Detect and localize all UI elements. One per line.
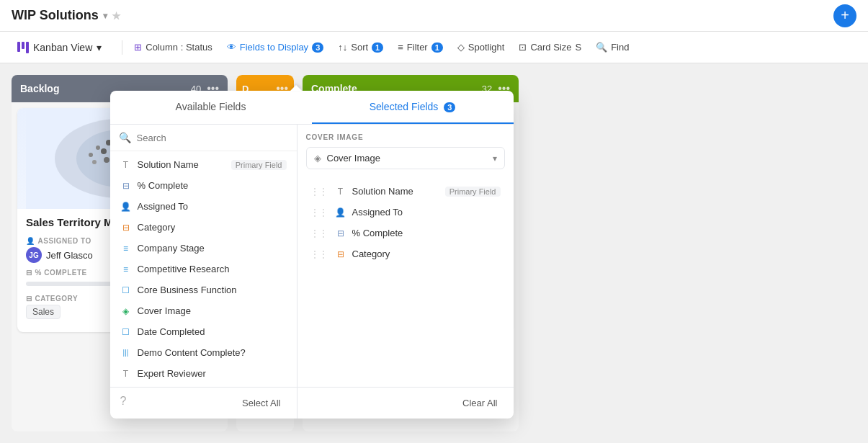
field-icon-date-completed: ☐ (120, 327, 132, 337)
assigned-name: Jeff Glasco (46, 250, 93, 261)
tab-available-label: Available Fields (176, 101, 246, 112)
cover-icon: ◈ (314, 153, 321, 164)
field-item-category[interactable]: ⊟ Category (110, 217, 297, 238)
field-item-expert[interactable]: T Expert Reviewer (110, 363, 297, 384)
top-bar: WIP Solutions ▾ ★ + (0, 0, 868, 32)
selected-field-complete: ⋮⋮ ⊟ % Complete (306, 223, 505, 243)
favorite-star-icon[interactable]: ★ (112, 10, 121, 22)
selected-field-category: ⋮⋮ ⊟ Category (306, 243, 505, 264)
field-label-expert: Expert Reviewer (138, 368, 287, 379)
add-button[interactable]: + (833, 4, 856, 27)
person-icon: 👤 (26, 237, 35, 245)
card-size-icon: ⊡ (519, 42, 527, 53)
kanban-view-button[interactable]: Kanban View ▾ (12, 39, 107, 56)
drag-handle-category[interactable]: ⋮⋮ (310, 249, 328, 259)
field-icon-cover-image: ◈ (120, 306, 132, 316)
field-item-company-stage[interactable]: ≡ Company Stage (110, 238, 297, 259)
field-icon-competitive: ≡ (120, 264, 132, 274)
drag-handle-solution-name[interactable]: ⋮⋮ (310, 187, 328, 197)
spotlight-label: Spotlight (468, 42, 505, 53)
modal-footer-left: ? Select All (110, 387, 297, 419)
sort-label: Sort (351, 42, 368, 53)
search-container: 🔍 (110, 125, 297, 151)
find-label: Find (611, 42, 629, 53)
selected-field-solution-name: ⋮⋮ T Solution Name Primary Field (306, 181, 505, 202)
filter-badge: 1 (431, 42, 443, 53)
field-item-date-completed[interactable]: ☐ Date Completed (110, 321, 297, 342)
view-arrow: ▾ (97, 42, 102, 53)
column-status-button[interactable]: ⊞ Column : Status (128, 39, 218, 55)
field-icon-sel-category: ⊟ (335, 249, 346, 259)
kanban-icon (17, 42, 29, 53)
sort-button[interactable]: ↑↓ Sort 1 (332, 39, 389, 55)
primary-badge: Primary Field (231, 160, 287, 170)
fields-to-display-button[interactable]: 👁 Fields to Display 3 (221, 39, 330, 55)
field-label-cover-image: Cover Image (138, 305, 287, 316)
filter-icon: ≡ (398, 42, 403, 53)
card-size-button[interactable]: ⊡ Card Size S (513, 39, 587, 55)
title-dropdown-arrow[interactable]: ▾ (103, 11, 107, 21)
clear-all-button[interactable]: Clear All (457, 395, 503, 411)
field-label-competitive: Competitive Research (138, 264, 287, 274)
card-size-label: Card Size (530, 42, 571, 53)
field-icon-expert: T (120, 369, 132, 379)
field-item-demo[interactable]: ||| Demo Content Complete? (110, 342, 297, 363)
spotlight-button[interactable]: ◇ Spotlight (452, 39, 511, 55)
cover-image-dropdown[interactable]: ◈ Cover Image ▾ (306, 147, 505, 169)
sel-primary-badge: Primary Field (445, 187, 501, 197)
field-icon-core-business: ☐ (120, 285, 132, 295)
question-icon: ? (120, 395, 127, 411)
cover-image-value: Cover Image (327, 153, 487, 164)
progress-icon: ⊟ (26, 269, 32, 277)
field-item-core-business[interactable]: ☐ Core Business Function (110, 279, 297, 300)
column-grid-icon: ⊞ (134, 42, 142, 53)
title-text: WIP Solutions (12, 8, 99, 23)
field-label-complete: % Complete (138, 180, 287, 191)
sel-field-label-category: Category (352, 249, 501, 259)
field-icon-sel-solution: T (335, 187, 346, 197)
filter-button[interactable]: ≡ Filter 1 (392, 39, 449, 55)
sort-icon: ↑↓ (338, 42, 347, 53)
toolbar: Kanban View ▾ ⊞ Column : Status 👁 Fields… (0, 32, 868, 63)
field-icon-company-stage: ≡ (120, 243, 132, 254)
select-all-button[interactable]: Select All (236, 395, 286, 411)
field-icon-complete: ⊟ (120, 181, 132, 191)
view-label: Kanban View (33, 42, 92, 53)
field-label-solution-name: Solution Name (138, 159, 225, 170)
field-icon-sel-complete: ⊟ (335, 228, 346, 238)
search-input[interactable] (137, 133, 288, 143)
tag-sales[interactable]: Sales (26, 305, 61, 319)
field-label-company-stage: Company Stage (138, 243, 287, 254)
field-item-competitive[interactable]: ≡ Competitive Research (110, 259, 297, 279)
field-item-assigned[interactable]: 👤 Assigned To (110, 196, 297, 217)
drag-handle-assigned[interactable]: ⋮⋮ (310, 207, 328, 218)
column-status-label: Column : Status (146, 42, 212, 53)
cover-image-section-label: COVER IMAGE (306, 133, 505, 141)
sel-field-label-complete: % Complete (352, 228, 501, 238)
sort-badge: 1 (372, 42, 383, 53)
field-item-complete[interactable]: ⊟ % Complete (110, 175, 297, 196)
category-icon: ⊟ (26, 295, 32, 303)
field-icon-assigned: 👤 (120, 202, 132, 212)
fields-label: Fields to Display (240, 42, 308, 53)
sel-field-label-solution-name: Solution Name (352, 186, 439, 197)
svg-point-14 (92, 160, 97, 164)
field-item-cover-image[interactable]: ◈ Cover Image (110, 300, 297, 321)
spotlight-icon: ◇ (457, 42, 465, 53)
field-label-core-business: Core Business Function (138, 285, 287, 295)
avatar-jeff: JG (26, 247, 42, 263)
drag-handle-complete[interactable]: ⋮⋮ (310, 228, 328, 238)
field-label-assigned: Assigned To (138, 201, 287, 212)
selected-field-assigned: ⋮⋮ 👤 Assigned To (306, 202, 505, 223)
tab-selected-fields[interactable]: Selected Fields 3 (312, 91, 514, 124)
field-list: T Solution Name Primary Field ⊟ % Comple… (110, 151, 297, 387)
field-item-solution-name[interactable]: T Solution Name Primary Field (110, 154, 297, 175)
view-selector: Kanban View ▾ (12, 39, 107, 56)
modal-footer-right: Clear All (297, 387, 514, 419)
eye-icon: 👁 (227, 42, 236, 53)
selected-fields-panel: COVER IMAGE ◈ Cover Image ▾ ⋮⋮ T Solutio… (297, 125, 514, 419)
tab-available-fields[interactable]: Available Fields (110, 91, 312, 124)
modal-pointer (290, 85, 302, 91)
field-icon-demo: ||| (120, 349, 132, 357)
find-button[interactable]: 🔍 Find (590, 39, 635, 55)
